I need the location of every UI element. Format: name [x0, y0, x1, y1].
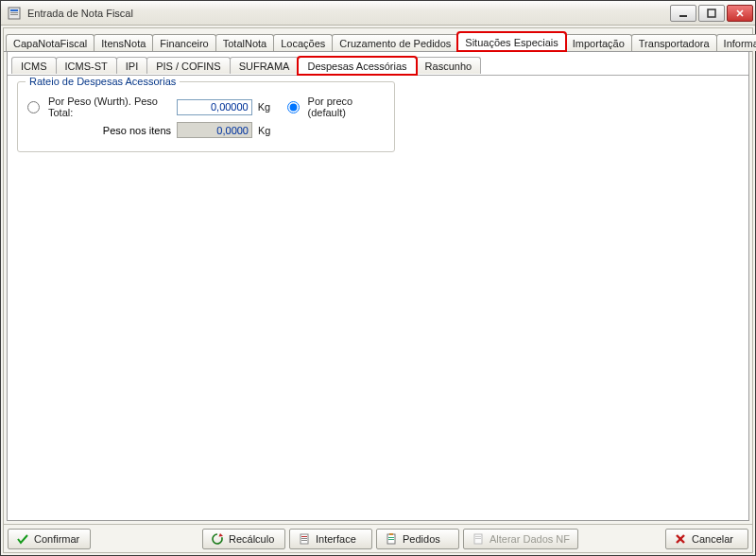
- sub-tab-3[interactable]: PIS / COFINS: [146, 57, 230, 74]
- label-por-preco: Por preco (default): [308, 96, 385, 118]
- svg-rect-12: [301, 540, 307, 541]
- app-icon: [7, 6, 22, 21]
- clipboard-icon: [385, 532, 398, 546]
- tabpage-situacoes-especiais: ICMSICMS-STIPIPIS / COFINSSUFRAMADespesa…: [7, 52, 749, 521]
- radio-por-preco[interactable]: [287, 101, 300, 113]
- interface-label: Interface: [316, 533, 356, 545]
- document-icon: [298, 532, 311, 546]
- sub-tab-0[interactable]: ICMS: [11, 57, 57, 74]
- interface-button[interactable]: Interface: [289, 529, 372, 549]
- main-tab-4[interactable]: Locações: [273, 34, 333, 51]
- input-peso-itens: [177, 122, 252, 138]
- cancel-icon: [674, 532, 687, 546]
- main-tab-3[interactable]: TotalNota: [215, 34, 274, 51]
- sub-tab-2[interactable]: IPI: [116, 57, 147, 74]
- main-tab-7[interactable]: Importação: [565, 34, 632, 51]
- svg-rect-19: [475, 538, 481, 539]
- maximize-button[interactable]: [698, 5, 725, 22]
- sub-tabstrip: ICMSICMS-STIPIPIS / COFINSSUFRAMADespesa…: [8, 52, 748, 76]
- svg-rect-2: [10, 12, 18, 13]
- pedidos-button[interactable]: Pedidos: [376, 529, 459, 549]
- window-controls: [670, 5, 753, 22]
- unit-peso-total: Kg: [258, 101, 270, 113]
- check-icon: [16, 532, 29, 546]
- edit-doc-icon: [472, 532, 485, 546]
- minimize-button[interactable]: [670, 5, 696, 22]
- unit-peso-itens: Kg: [258, 125, 270, 136]
- groupbox-rateio: Rateio de Despesas Acessorias Por Peso (…: [17, 81, 395, 152]
- label-peso-itens: Peso nos itens: [27, 125, 171, 136]
- sub-tab-6[interactable]: Rascunho: [416, 57, 482, 74]
- refresh-icon: [211, 532, 224, 546]
- svg-rect-16: [388, 539, 394, 540]
- svg-rect-4: [679, 15, 687, 17]
- svg-rect-1: [10, 9, 18, 11]
- main-tab-1[interactable]: ItensNota: [94, 34, 153, 51]
- main-window: Entrada de Nota Fiscal CapaNotaFiscalIte…: [0, 0, 756, 556]
- svg-rect-14: [389, 533, 393, 535]
- main-tab-0[interactable]: CapaNotaFiscal: [6, 34, 94, 51]
- confirmar-button[interactable]: Confirmar: [8, 529, 91, 549]
- recalculo-button[interactable]: Recálculo: [202, 529, 285, 549]
- row-por-peso: Por Peso (Wurth). Peso Total: Kg Por pre…: [27, 96, 385, 118]
- subpage-despesas-acessorias: Rateio de Despesas Acessorias Por Peso (…: [8, 76, 748, 520]
- svg-rect-18: [475, 536, 481, 537]
- svg-marker-8: [219, 533, 224, 537]
- main-tab-5[interactable]: Cruzamento de Pedidos: [332, 34, 458, 51]
- sub-tab-5[interactable]: Despesas Acessórias: [298, 57, 416, 75]
- cancelar-button[interactable]: Cancelar: [665, 529, 748, 549]
- alterar-dados-button[interactable]: Alterar Dados NF: [463, 529, 578, 549]
- main-tab-2[interactable]: Financeiro: [152, 34, 215, 51]
- groupbox-title: Rateio de Despesas Acessorias: [26, 76, 180, 87]
- svg-rect-10: [301, 536, 307, 537]
- row-peso-itens: Peso nos itens Kg: [27, 122, 385, 138]
- main-tab-6[interactable]: Situações Especiais: [457, 32, 565, 51]
- svg-rect-5: [708, 9, 715, 17]
- alterar-label: Alterar Dados NF: [490, 533, 570, 545]
- radio-por-peso[interactable]: [27, 101, 40, 113]
- confirmar-label: Confirmar: [34, 533, 79, 545]
- client-area: CapaNotaFiscalItensNotaFinanceiroTotalNo…: [3, 27, 753, 553]
- pedidos-label: Pedidos: [403, 533, 440, 545]
- main-tab-8[interactable]: Transportadora: [631, 34, 717, 51]
- button-bar: Confirmar Recálculo Interface: [4, 524, 752, 552]
- main-tab-9[interactable]: Informações Adicionais: [716, 34, 756, 51]
- svg-rect-11: [301, 538, 307, 539]
- cancelar-label: Cancelar: [692, 533, 733, 545]
- sub-tab-4[interactable]: SUFRAMA: [230, 57, 300, 74]
- svg-rect-3: [10, 14, 18, 15]
- svg-rect-15: [388, 537, 394, 538]
- titlebar: Entrada de Nota Fiscal: [1, 1, 755, 26]
- window-title: Entrada de Nota Fiscal: [27, 8, 670, 19]
- recalculo-label: Recálculo: [229, 533, 274, 545]
- label-por-peso: Por Peso (Wurth). Peso Total:: [48, 96, 171, 118]
- sub-tab-1[interactable]: ICMS-ST: [56, 57, 117, 74]
- close-button[interactable]: [727, 5, 753, 22]
- main-tabstrip: CapaNotaFiscalItensNotaFinanceiroTotalNo…: [4, 28, 752, 52]
- input-peso-total[interactable]: [177, 99, 252, 115]
